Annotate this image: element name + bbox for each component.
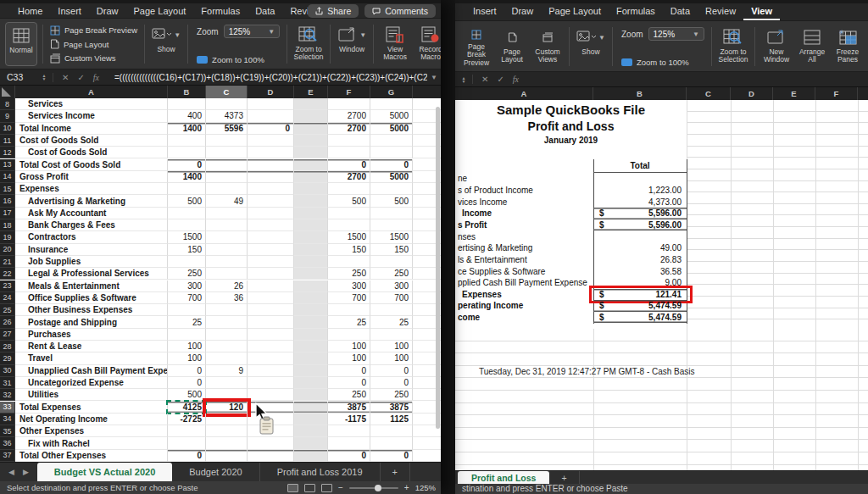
record-macro-button[interactable]: Record Macro <box>415 22 441 66</box>
page-break-preview-button[interactable]: Page Break Preview <box>460 25 492 69</box>
cell-d21[interactable] <box>248 256 294 268</box>
cell-a21[interactable]: Job Supplies <box>15 256 168 268</box>
cell-g26[interactable]: 25 <box>370 316 413 328</box>
cell-e33[interactable] <box>294 402 328 414</box>
cell-c11[interactable] <box>206 135 248 147</box>
report-total-header[interactable]: Total <box>593 159 687 173</box>
cancel-entry-icon[interactable]: ✕ <box>481 75 488 84</box>
row-header-37[interactable]: 37 <box>0 450 15 462</box>
cell-a15[interactable]: Expenses <box>15 183 168 195</box>
column-header-b[interactable]: B <box>168 86 206 98</box>
cell-g34[interactable]: 1125 <box>370 414 413 425</box>
cell-e23[interactable] <box>294 280 328 292</box>
row-header-25[interactable]: 25 <box>0 304 15 316</box>
report-row-label[interactable]: s of Product Income <box>455 185 593 197</box>
report-row-value[interactable]: $5,474.59 <box>593 300 687 312</box>
cell-g20[interactable]: 150 <box>370 244 413 256</box>
cell-a13[interactable]: Total Cost of Goods Sold <box>15 159 168 171</box>
sheet-nav-prev-icon[interactable]: ◀ <box>8 468 14 476</box>
cell-b23[interactable]: 300 <box>168 280 206 292</box>
cell-d35[interactable] <box>248 425 294 437</box>
cell-e25[interactable] <box>294 304 328 316</box>
cell-b18[interactable] <box>168 219 206 231</box>
report-row-value[interactable]: 49.00 <box>593 242 687 254</box>
cell-g27[interactable] <box>370 329 413 341</box>
cell-e17[interactable] <box>294 208 328 219</box>
row-header-11[interactable]: 11 <box>0 135 15 147</box>
namebox-spinner[interactable]: ▲▼ <box>39 74 49 80</box>
row-header-23[interactable]: 23 <box>0 280 15 292</box>
cell-a25[interactable]: Other Business Expenses <box>15 304 168 316</box>
cell-e34[interactable] <box>294 414 328 425</box>
report-row-value[interactable]: 1,223.00 <box>593 185 687 197</box>
confirm-entry-icon[interactable]: ✓ <box>77 73 84 82</box>
cell-g24[interactable]: 700 <box>370 292 413 304</box>
cell-b30[interactable]: 0 <box>168 365 206 377</box>
cell-c27[interactable] <box>206 329 248 341</box>
menu-tab-draw[interactable]: Draw <box>504 3 542 20</box>
cell-e11[interactable] <box>294 135 328 147</box>
cell-e19[interactable] <box>294 231 328 243</box>
cell-d29[interactable] <box>248 352 294 364</box>
row-header-20[interactable]: 20 <box>0 244 15 256</box>
report-row-value[interactable] <box>593 230 687 242</box>
cell-b20[interactable]: 150 <box>168 244 206 256</box>
cell-e35[interactable] <box>294 425 328 437</box>
report-row-label[interactable]: perating Income <box>455 300 593 312</box>
cell-e29[interactable] <box>294 352 328 364</box>
row-header-34[interactable]: 34 <box>0 414 15 425</box>
cell-c24[interactable]: 36 <box>206 292 248 304</box>
page-break-preview-button[interactable]: Page Break Preview <box>50 24 137 36</box>
cell-g18[interactable] <box>370 219 413 231</box>
zoom-dropdown[interactable]: 125%▼ <box>648 27 704 41</box>
cell-c19[interactable] <box>206 231 248 243</box>
cell-b26[interactable]: 25 <box>168 316 206 328</box>
cell-f32[interactable]: 250 <box>328 389 370 401</box>
cell-c25[interactable] <box>206 304 248 316</box>
report-row-label[interactable]: vices Income <box>455 196 593 208</box>
zoom-out-button[interactable]: − <box>338 483 343 492</box>
cell-a17[interactable]: Ask My Accountant <box>15 208 168 219</box>
cell-a37[interactable]: Total Other Expenses <box>15 450 168 462</box>
cell-a33[interactable]: Total Expenses <box>15 402 168 414</box>
cell-d32[interactable] <box>248 389 294 401</box>
cell-a24[interactable]: Office Supplies & Software <box>15 292 168 304</box>
cell-c18[interactable] <box>206 219 248 231</box>
cell-d33[interactable] <box>248 402 294 414</box>
cell-a9[interactable]: Services Income <box>15 110 168 122</box>
cell-d15[interactable] <box>248 183 294 195</box>
cell-a26[interactable]: Postage and Shipping <box>15 316 168 328</box>
cell-c28[interactable] <box>206 341 248 352</box>
column-header-partial[interactable] <box>858 87 868 100</box>
cell-f19[interactable]: 1500 <box>328 231 370 243</box>
report-row-label[interactable]: ce Supplies & Software <box>455 265 593 277</box>
cell-f26[interactable]: 25 <box>328 316 370 328</box>
cell-e31[interactable] <box>294 377 328 389</box>
cell-f22[interactable]: 250 <box>328 268 370 280</box>
row-header-13[interactable]: 13 <box>0 159 15 171</box>
row-header-21[interactable]: 21 <box>0 256 15 268</box>
cancel-entry-icon[interactable]: ✕ <box>62 73 69 82</box>
cell-e14[interactable] <box>294 171 328 183</box>
cell-partial-36[interactable] <box>413 437 441 449</box>
cell-b37[interactable]: 0 <box>168 450 206 462</box>
row-header-29[interactable]: 29 <box>0 352 15 364</box>
cell-a30[interactable]: Unapplied Cash Bill Payment Expense <box>15 365 168 377</box>
cell-e10[interactable] <box>294 123 328 135</box>
cell-c14[interactable] <box>206 171 248 183</box>
cell-g22[interactable]: 250 <box>370 268 413 280</box>
cell-g37[interactable]: 0 <box>370 450 413 462</box>
report-row-value[interactable]: 26.83 <box>593 254 687 266</box>
cell-f17[interactable] <box>328 208 370 219</box>
cell-b29[interactable]: 100 <box>168 352 206 364</box>
report-row-value[interactable]: $5,596.00 <box>593 219 687 231</box>
show-button[interactable]: ▼Show <box>575 25 607 69</box>
cell-d27[interactable] <box>248 329 294 341</box>
cell-b8[interactable] <box>168 98 206 110</box>
cell-c13[interactable] <box>206 159 248 171</box>
menu-tab-formulas[interactable]: Formulas <box>609 3 663 20</box>
row-header-24[interactable]: 24 <box>0 292 15 304</box>
cell-a31[interactable]: Uncategorized Expense <box>15 377 168 389</box>
cell-d22[interactable] <box>248 268 294 280</box>
row-header-9[interactable]: 9 <box>0 110 15 122</box>
